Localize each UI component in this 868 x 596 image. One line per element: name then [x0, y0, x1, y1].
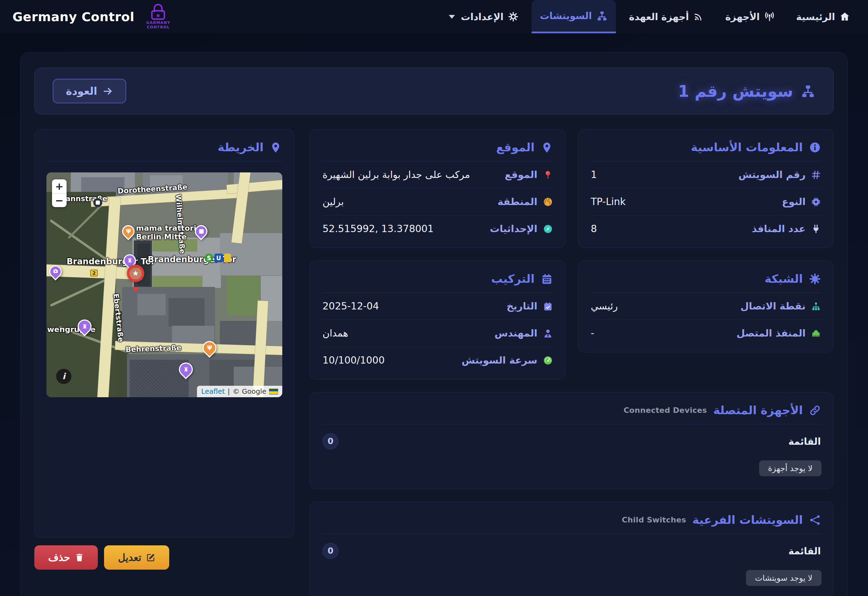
map-zoom-control: + −	[52, 179, 66, 207]
row-connected-port: المنفذ المتصل -	[590, 320, 822, 346]
map-column: الخريطة	[34, 129, 294, 569]
map-building	[137, 294, 166, 315]
type-value: TP-Link	[591, 196, 626, 207]
nav-item-devices[interactable]: الأجهزة	[717, 0, 783, 33]
switch-marker-pointer	[132, 287, 139, 293]
transit-stop-icon	[93, 198, 102, 207]
speed-value: 10/100/1000	[322, 355, 385, 366]
basic-info-header: المعلومات الأساسية	[590, 138, 822, 161]
row-switch-number: رقم السويتش 1	[590, 161, 822, 188]
location-header: الموقع	[322, 138, 554, 161]
delete-button[interactable]: حذف	[34, 545, 98, 569]
nav-item-label: أجهزة العهدة	[629, 12, 689, 22]
nav-item-label: الأجهزة	[725, 12, 759, 22]
calendar-check-icon	[543, 302, 553, 311]
engineer-icon	[543, 328, 553, 338]
location-card: الموقع الموقع مركب على جدار بوابة برلين …	[310, 129, 565, 248]
nav-item-settings[interactable]: الإعدادات	[440, 0, 527, 33]
zoom-in-button[interactable]: +	[52, 179, 66, 193]
chevron-down-icon	[449, 15, 455, 19]
row-engineer: المهندس همدان	[322, 320, 554, 347]
brand-logo: GARMANY CONTROL	[143, 4, 173, 30]
map-header: الخريطة	[46, 138, 282, 161]
tower-broadcast-icon	[764, 12, 775, 22]
coordinates-value: 52.515992, 13.378001	[322, 223, 434, 235]
region-value: برلين	[322, 196, 344, 207]
basic-info-card: المعلومات الأساسية رقم السويتش 1 النوع T…	[578, 129, 834, 248]
page-container: سويتش رقم 1 العودة المعلومات الأساسية	[20, 52, 848, 596]
map-pin-icon	[270, 142, 282, 153]
sitemap-icon	[811, 302, 821, 311]
link-icon	[809, 405, 821, 416]
signal-stream-icon	[693, 12, 704, 22]
network-wired-icon	[596, 10, 608, 22]
brand-name: Germany Control	[12, 10, 134, 24]
plug-icon	[811, 224, 821, 234]
uplink-value: رئيسي	[591, 300, 618, 312]
nav-item-home[interactable]: الرئيسية	[788, 0, 858, 33]
row-uplink: نقطة الاتصال رئيسي	[590, 293, 822, 320]
network-nodes-icon	[809, 514, 821, 526]
child-switches-empty-chip: لا يوجد سويتشات	[746, 570, 822, 586]
zoom-out-button[interactable]: −	[52, 193, 66, 207]
connected-port-value: -	[591, 327, 594, 339]
map-card: الخريطة	[34, 129, 294, 538]
nav-item-label: السويتشات	[540, 10, 592, 21]
switch-location-marker[interactable]: ★	[127, 265, 144, 282]
arrow-right-icon	[103, 86, 113, 96]
round-pin-icon	[543, 170, 553, 180]
row-speed: سرعة السويتش 10/100/1000	[322, 347, 554, 374]
globe-icon	[543, 197, 553, 207]
map-attribution: Leaflet | © Google	[197, 386, 282, 397]
ubahn-badge: U	[214, 254, 223, 262]
switch-number-value: 1	[591, 169, 597, 180]
installation-card: التركيب التاريخ 2025-12-04 المهندس همدان	[310, 260, 565, 380]
poi-label-trattoria: mama trattoria	[136, 224, 201, 232]
row-coordinates: الإحداثيات 52.515992, 13.378001	[322, 216, 554, 242]
row-date: التاريخ 2025-12-04	[322, 293, 554, 320]
edit-button[interactable]: تعديل	[104, 545, 169, 569]
sbahn-badge: S	[205, 254, 213, 262]
gear-icon	[508, 12, 518, 22]
back-button-label: العودة	[66, 85, 97, 97]
connected-devices-empty-chip: لا يوجد أجهزة	[759, 460, 822, 476]
house-icon	[840, 12, 850, 22]
location-value: مركب على جدار بوابة برلين الشهيرة	[322, 169, 470, 180]
nav-item-custody-devices[interactable]: أجهزة العهدة	[621, 0, 712, 33]
nav-item-label: الرئيسية	[796, 12, 835, 22]
brand[interactable]: GARMANY CONTROL Germany Control	[10, 4, 173, 30]
line-badge	[224, 254, 231, 262]
map-green-roof	[227, 276, 260, 316]
engineer-value: همدان	[322, 327, 348, 339]
network-card: الشبكة نقطة الاتصال رئيسي المنفذ المتصل …	[578, 260, 834, 352]
nav-item-switches[interactable]: السويتشات	[531, 0, 616, 33]
brand-caption: GARMANY CONTROL	[143, 21, 173, 30]
connected-devices-list-row: القائمة 0	[322, 424, 822, 451]
network-header: الشبكة	[590, 269, 822, 293]
leaflet-link[interactable]: Leaflet	[201, 387, 225, 395]
nav-menu: الرئيسية الأجهزة أجهزة العهدة السويتشات …	[440, 0, 858, 33]
info-circle-icon	[809, 142, 821, 153]
microchip-icon	[811, 197, 821, 207]
connected-devices-subtitle: Connected Devices	[623, 406, 707, 414]
connected-devices-header: الأجهزة المتصلة Connected Devices	[322, 401, 822, 424]
child-switches-card: السويتشات الفرعية Child Switches القائمة…	[310, 501, 834, 596]
row-type: النوع TP-Link	[590, 188, 822, 216]
child-switches-list-row: القائمة 0	[322, 534, 822, 561]
back-button[interactable]: العودة	[53, 79, 126, 104]
trash-icon	[75, 553, 84, 562]
gauge-icon	[543, 356, 553, 365]
leaflet-map[interactable]: Dorotheenstraße hannstraße Wilhelmstraße…	[46, 172, 282, 397]
date-value: 2025-12-04	[322, 300, 379, 312]
route-2-badge: 2	[90, 269, 98, 277]
child-switches-header: السويتشات الفرعية Child Switches	[322, 510, 822, 534]
port-count-value: 8	[591, 223, 597, 235]
street-label: Behrenstraße	[125, 343, 182, 354]
edit-pen-icon	[146, 553, 155, 562]
switch-title-icon	[801, 84, 815, 99]
map-info-button[interactable]: i	[56, 369, 71, 384]
hashtag-icon	[811, 170, 821, 180]
map-building	[168, 298, 205, 327]
nav-item-label: الإعدادات	[461, 12, 503, 22]
location-pin-icon	[541, 142, 553, 153]
